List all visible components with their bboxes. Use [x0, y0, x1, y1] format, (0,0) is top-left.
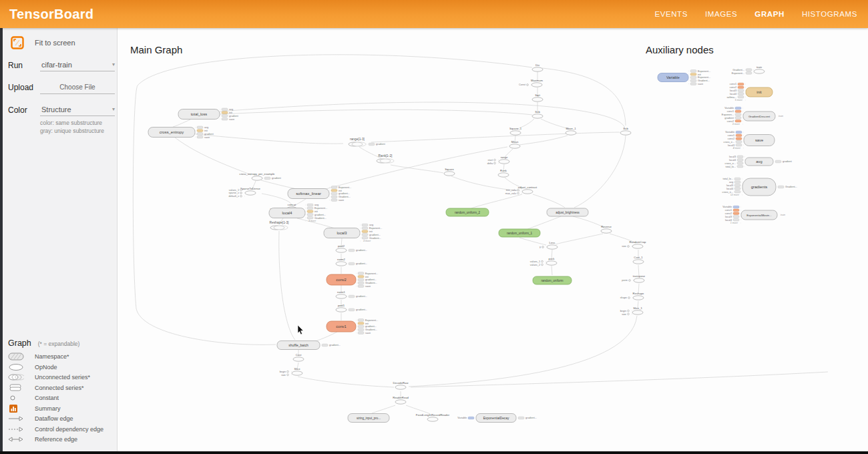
graph-node-local4[interactable]: local4avgExponent...initgradient...Gradi… [269, 204, 327, 222]
graph-node-cepe[interactable]: cross_entropy_per_examplegradient [240, 172, 282, 181]
color-select[interactable]: Structure ▾ [40, 103, 115, 116]
svg-text:size: size [281, 374, 286, 377]
graph-node-pool1[interactable]: pool1gradient... [336, 304, 367, 312]
graph-node-pool2[interactable]: pool2gradient... [336, 244, 367, 253]
graph-node-adjbright[interactable]: adjust_brightness [547, 208, 588, 216]
graph-node-square1[interactable]: Square_1 [509, 127, 522, 136]
svg-text:conv1: conv1 [728, 134, 734, 137]
tab-events[interactable]: EVENTS [654, 10, 688, 18]
svg-text:start: start [488, 159, 493, 162]
graph-node-ranksm[interactable]: Rank [498, 169, 509, 178]
graph-edge [574, 136, 626, 208]
graph-node-ru1[interactable]: random_uniform_1 [499, 229, 540, 237]
graph-node-square[interactable]: Square [444, 168, 455, 176]
fit-to-screen-icon[interactable] [11, 36, 24, 49]
fit-to-screen-label[interactable]: Fit to screen [35, 39, 75, 47]
graph-node-norm1[interactable]: norm1gradient... [336, 290, 367, 299]
svg-text:random_uniform_2: random_uniform_2 [455, 211, 480, 214]
svg-text:Gradient...: Gradient... [365, 328, 377, 331]
svg-text:default_v: default_v [229, 195, 240, 198]
legend-item-label: Summary [35, 405, 61, 412]
graph-node-cross_entropy[interactable]: cross_entropyavginitgradientsave [148, 126, 214, 139]
svg-text:init: init [365, 322, 369, 325]
graph-node-string_input[interactable]: string_input_pro... [348, 414, 389, 423]
graph-node-cast1[interactable]: Cast_1 [633, 256, 644, 264]
graph-node-pack[interactable]: packvalues_1values_2 [530, 257, 557, 266]
svg-text:Const: Const [519, 83, 526, 86]
graph-node-transpose[interactable]: transposeperm [622, 274, 646, 283]
graph-edge [519, 238, 546, 245]
graph-node-maximum[interactable]: MaximumConst [519, 79, 544, 87]
svg-text:local4: local4 [282, 211, 292, 215]
graph-node-expmov_aux[interactable]: ExponentialMovin...Variableconv1conv2loc… [722, 206, 785, 224]
svg-text:train: train [756, 65, 763, 69]
tab-images[interactable]: IMAGES [705, 10, 737, 18]
graph-node-rank12[interactable]: Rank[1-2] [377, 154, 394, 163]
svg-text:Reshape: Reshape [633, 292, 644, 295]
run-select[interactable]: cifar-train ▾ [40, 59, 115, 71]
graph-node-slice[interactable]: Slicebeginsize [280, 367, 302, 377]
graph-node-ru0[interactable]: random_uniform [533, 276, 572, 284]
graph-node-decoderaw[interactable]: DecodeRaw [393, 381, 409, 390]
graph-node-softmax_linear[interactable]: softmax_linearExponent...initgradient...… [288, 186, 351, 202]
svg-text:save: save [339, 199, 344, 202]
choose-file-button[interactable]: Choose File [40, 81, 115, 94]
color-note: color: same substructure gray: unique su… [40, 119, 117, 136]
graph-node-avg_aux[interactable]: avglocal3local4cross_e...total_lo...grad… [725, 156, 793, 168]
graph-node-s2d[interactable]: SparseToDensevalues_1sparse_vdefault_v [229, 187, 261, 198]
graph-node-reshape13[interactable]: Reshape[1-3] [270, 221, 289, 230]
svg-text:save: save [698, 83, 703, 85]
graph-node-less[interactable]: Lessy [539, 241, 558, 250]
svg-text:local3: local3 [725, 216, 732, 218]
graph-node-total_loss[interactable]: total_lossavginitgradientsave [178, 108, 239, 121]
graph-edge [525, 216, 561, 230]
graph-edge [372, 405, 395, 413]
graph-node-local3[interactable]: local3avgExponent...initgradient...Gradi… [324, 224, 382, 242]
graph-node-mean1[interactable]: Mean_1 [566, 127, 576, 136]
svg-text:values_2: values_2 [530, 264, 540, 266]
svg-text:conv1: conv1 [727, 110, 734, 113]
graph-node-save_aux[interactable]: saveVariableconv1conv2cross_e...local34 … [724, 131, 775, 150]
graph-node-ru2[interactable]: random_uniform_2 [446, 208, 489, 216]
graph-node-norm2[interactable]: norm2gradient... [336, 258, 367, 266]
graph-node-reverse[interactable]: Reverse [601, 225, 612, 234]
svg-text:1 more: 1 more [730, 222, 738, 224]
legend-item: Connected series* [8, 383, 118, 393]
svg-text:local3: local3 [728, 144, 734, 147]
svg-text:local4: local4 [725, 219, 732, 222]
svg-text:Gradient...: Gradient... [339, 196, 351, 198]
graph-node-mean[interactable]: Mean [509, 140, 520, 149]
graph-node-gradients_aux[interactable]: gradientstotal_lo...avglocal3local4cross… [722, 178, 797, 196]
svg-text:random_uniform_1: random_uniform_1 [507, 232, 532, 235]
graph-node-conv1[interactable]: conv1Exponent...initgradient...Gradient.… [327, 319, 378, 334]
graph-node-train_aux[interactable]: trainGradient...Exponent... [732, 65, 765, 75]
graph-node-shuffle_batch[interactable]: shuffle_batchgradient... [277, 341, 341, 350]
graph-edge [173, 120, 190, 127]
svg-text:Less: Less [550, 241, 556, 244]
graph-node-rangesm[interactable]: rangestartdelta [487, 156, 509, 165]
graph-node-sqrt[interactable]: Sqrt [532, 93, 543, 102]
tab-graph[interactable]: GRAPH [754, 10, 785, 18]
graph-node-readerread[interactable]: ReaderRead [393, 396, 409, 405]
upload-label: Upload [8, 83, 35, 92]
graph-node-expdecay[interactable]: ExponentialDecayVariablegradient... [457, 414, 537, 423]
graph-node-conv2[interactable]: conv2Exponent...initgradient...Gradient.… [327, 272, 378, 288]
graph-node-cast[interactable]: Cast [293, 353, 304, 362]
legend-item: OpNode [8, 362, 118, 373]
graph-node-slice1[interactable]: Slice_1beginsize [620, 306, 643, 316]
legend-item-label: Constant [35, 395, 59, 401]
graph-node-graddesc_aux[interactable]: GradientDescentVariableconv1Exponen...gr… [722, 107, 783, 126]
graph-node-sub[interactable]: Sub [532, 110, 543, 119]
graph-node-reshapesm[interactable]: Reshapeshape [620, 292, 644, 300]
legend-item: Reference edge [8, 435, 118, 445]
graph-node-randomcrop[interactable]: RandomCropsize [622, 240, 646, 249]
graph-node-init_aux[interactable]: initconv1conv2local3local4softma...5 mor… [726, 83, 773, 101]
graph-node-sub2[interactable]: Sub [620, 127, 631, 136]
graph-canvas[interactable]: total_lossavginitgradientsavecross_entro… [0, 0, 868, 454]
svg-text:init: init [698, 73, 702, 76]
graph-node-div[interactable]: Div [532, 63, 543, 72]
tab-histograms[interactable]: HISTOGRAMS [802, 10, 857, 18]
graph-node-adjcontrast[interactable]: adjust_contrastmin_valumax_valu [505, 186, 537, 195]
graph-node-variable_aux[interactable]: VariableExponent...initExponent...Gradie… [658, 70, 710, 85]
graph-node-fixedlen[interactable]: FixedLengthRecordReader [416, 413, 450, 422]
